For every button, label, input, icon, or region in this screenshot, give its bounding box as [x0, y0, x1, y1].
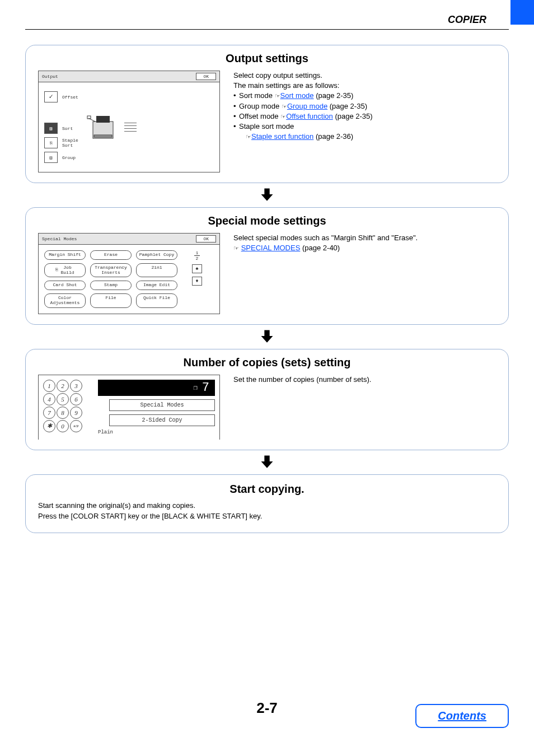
key-hash[interactable]: #/P [70, 420, 82, 432]
key-star[interactable]: ✱ [43, 420, 55, 432]
btn-2in1[interactable]: 2in1 [136, 263, 177, 278]
key-7[interactable]: 7 [43, 407, 55, 419]
start-line2: Press the [COLOR START] key or the [BLAC… [38, 512, 496, 520]
panel-output-title: Output settings [38, 52, 496, 65]
key-8[interactable]: 8 [57, 407, 69, 419]
sort-label: Sort [62, 126, 73, 131]
key-5[interactable]: 5 [57, 393, 69, 405]
panel-copies-title: Number of copies (sets) setting [38, 356, 496, 369]
numeric-keypad: 1 2 3 4 5 6 7 8 9 ✱ 0 #/P [43, 380, 82, 432]
link-sort-mode[interactable]: Sort mode [280, 91, 314, 100]
btn-transparency[interactable]: Transparency Inserts [90, 263, 132, 278]
svg-rect-1 [96, 116, 110, 123]
output-item-staple: Staple sort mode [233, 122, 496, 132]
btn-special-modes[interactable]: Special Modes [109, 399, 215, 411]
job-build-icon: ⎘ [55, 268, 58, 273]
panel-output: Output settings Output OK ✓ Offset ▥ [25, 45, 509, 183]
page-up-button[interactable]: ♠ [192, 264, 202, 273]
btn-2sided-copy[interactable]: 2-Sided Copy [109, 414, 215, 426]
pointer-icon: ☞ [246, 133, 251, 140]
flow-arrow [25, 454, 509, 471]
panel-special-title: Special mode settings [38, 214, 496, 227]
page-content: Output settings Output OK ✓ Offset ▥ [25, 45, 509, 535]
output-subitem: ☞Staple sort function (page 2-36) [233, 132, 496, 142]
panel-copies: Number of copies (sets) setting 1 2 3 4 … [25, 349, 509, 450]
pointer-icon: ☞ [282, 103, 287, 110]
check-icon: ✓ [49, 94, 53, 100]
special-description: Select special modes such as "Margin Shi… [233, 233, 496, 253]
pointer-icon: ☞ [275, 92, 280, 99]
key-9[interactable]: 9 [70, 407, 82, 419]
flow-arrow [25, 186, 509, 204]
key-2[interactable]: 2 [57, 380, 69, 392]
staple-sort-label: Staple Sort [62, 138, 78, 148]
staple-sort-icon[interactable]: ⎘ [44, 137, 58, 148]
btn-quick-file[interactable]: Quick File [136, 293, 177, 308]
offset-checkbox[interactable]: ✓ [44, 91, 58, 102]
copies-line1: Set the number of copies (number of sets… [233, 375, 496, 385]
link-offset-function[interactable]: Offset function [286, 112, 333, 120]
btn-stamp[interactable]: Stamp [90, 281, 132, 290]
key-6[interactable]: 6 [70, 393, 82, 405]
link-group-mode[interactable]: Group mode [287, 102, 327, 110]
pointer-icon: ☞ [280, 113, 286, 120]
btn-card-shot[interactable]: Card Shot [44, 281, 86, 290]
key-3[interactable]: 3 [70, 380, 82, 392]
output-ok-button[interactable]: OK [196, 73, 216, 80]
copies-value: 7 [202, 381, 209, 395]
btn-erase[interactable]: Erase [90, 250, 132, 260]
btn-job-build[interactable]: ⎘Job Build [44, 263, 86, 278]
special-line1: Select special modes such as "Margin Shi… [233, 233, 496, 243]
key-0[interactable]: 0 [57, 420, 69, 432]
link-staple-sort[interactable]: Staple sort function [251, 132, 313, 141]
pointer-icon: ☞ [233, 245, 239, 251]
key-1[interactable]: 1 [43, 380, 55, 392]
page-header: COPIER [25, 14, 509, 30]
copies-display: ❐ 7 [98, 380, 215, 396]
special-bar-title: Special Modes [42, 236, 77, 241]
flow-arrow [25, 328, 509, 346]
output-intro1: Select copy output settings. [233, 71, 496, 81]
offset-label: Offset [62, 95, 78, 100]
special-screenshot: Special Modes OK Margin Shift Erase Pamp… [38, 233, 220, 314]
btn-file[interactable]: File [90, 293, 132, 308]
section-tab [510, 0, 534, 25]
btn-image-edit[interactable]: Image Edit [136, 281, 177, 290]
plain-label: Plain [98, 430, 215, 435]
output-bar-title: Output [42, 74, 58, 79]
btn-color-adj[interactable]: Color Adjustments [44, 293, 86, 308]
link-special-modes[interactable]: SPECIAL MODES [241, 244, 301, 252]
page-indicator-bot: 2 [194, 256, 200, 261]
copies-description: Set the number of copies (number of sets… [233, 375, 496, 385]
key-4[interactable]: 4 [43, 393, 55, 405]
group-label: Group [62, 155, 76, 160]
sort-icon[interactable]: ▥ [44, 123, 58, 134]
output-intro2: The main settings are as follows: [233, 81, 496, 91]
panel-special: Special mode settings Special Modes OK M… [25, 207, 509, 325]
header-title: COPIER [448, 14, 486, 25]
contents-button[interactable]: Contents [415, 704, 509, 728]
special-button-grid: Margin Shift Erase Pamphlet Copy ⎘Job Bu… [44, 250, 184, 308]
copies-screenshot: 1 2 3 4 5 6 7 8 9 ✱ 0 #/P [38, 375, 220, 440]
panel-start: Start copying. Start scanning the origin… [25, 474, 509, 533]
output-item-offset: Offset mode ☞Offset function (page 2-35) [233, 111, 496, 122]
output-paper-icon [124, 123, 137, 132]
special-page-nav: 1 2 ♠ ♦ [192, 250, 202, 308]
btn-pamphlet[interactable]: Pamphlet Copy [136, 250, 177, 260]
panel-start-title: Start copying. [38, 483, 496, 496]
copies-icon: ❐ [194, 384, 198, 392]
start-line1: Start scanning the original(s) and makin… [38, 501, 496, 510]
printer-icon [86, 110, 120, 144]
special-ok-button[interactable]: OK [196, 235, 216, 242]
svg-rect-2 [94, 135, 112, 137]
output-description: Select copy output settings. The main se… [233, 71, 496, 142]
page-down-button[interactable]: ♦ [192, 277, 202, 286]
page-indicator-top: 1 [194, 250, 200, 256]
group-icon[interactable]: ▤ [44, 152, 58, 163]
output-item-group: Group mode ☞Group mode (page 2-35) [233, 101, 496, 111]
btn-margin-shift[interactable]: Margin Shift [44, 250, 86, 260]
output-item-sort: Sort mode ☞Sort mode (page 2-35) [233, 91, 496, 101]
output-screenshot: Output OK ✓ Offset ▥ Sort [38, 71, 220, 172]
